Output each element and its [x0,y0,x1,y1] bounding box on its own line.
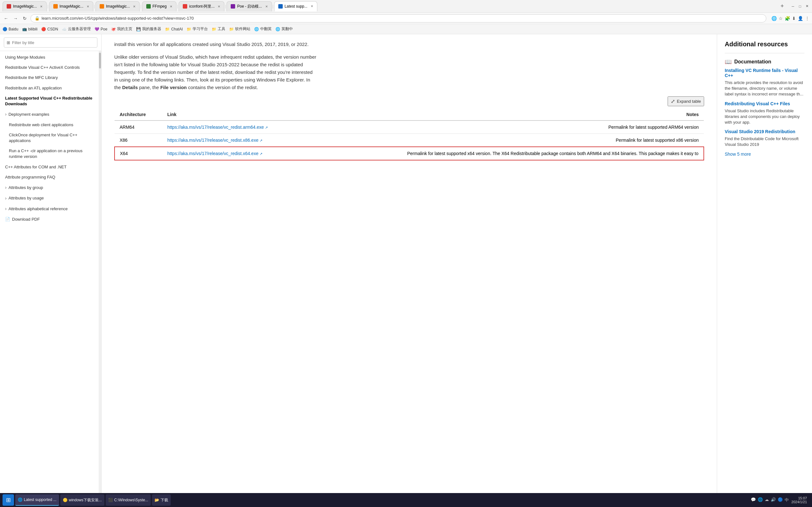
download-folder-icon: 📂 [155,498,159,502]
documentation-heading: Documentation [734,59,771,65]
tab-close[interactable]: ✕ [311,4,313,8]
bookmark-learning[interactable]: 📁 学习平台 [187,26,208,32]
bookmark-tools[interactable]: 📁 工具 [212,26,225,32]
tab-iconfont[interactable]: iconfont-阿里... ✕ [179,1,224,11]
taskbar-item-windows-install[interactable]: 🟡 windows下载安装... [60,494,104,506]
taskbar-item-download[interactable]: 📂 下载 [152,494,171,506]
nav-item-mfc[interactable]: Redistribute the MFC Library [0,73,101,83]
tab-close[interactable]: ✕ [170,5,172,8]
nav-item-web-client[interactable]: Redistribute web client applications [0,120,101,130]
nav-item-merge-modules[interactable]: Using Merge Modules [0,52,101,62]
bookmark-poe[interactable]: 💜 Poe [95,27,107,32]
maximize-button[interactable]: □ [797,4,803,9]
bookmark-zh2en[interactable]: 🌐 中翻英 [254,26,272,32]
link-arm64[interactable]: https://aka.ms/vs/17/release/vc_redist.a… [162,120,307,134]
nav-item-attrs-by-usage[interactable]: Attributes by usage [0,193,101,204]
bookmark-en2zh[interactable]: 🌐 英翻中 [275,26,293,32]
link-x86[interactable]: https://aka.ms/vs/17/release/vc_redist.x… [162,134,307,147]
taskbar-install-label: windows下载安装... [69,498,102,503]
learning-icon: 📁 [187,27,191,32]
ime-icon[interactable]: 中 [785,497,789,503]
nav-item-download-pdf[interactable]: 📄 Download PDF [0,214,101,224]
baidu-icon: 🔵 [3,27,7,32]
tab-close[interactable]: ✕ [133,5,136,8]
new-tab-button[interactable]: + [778,2,786,11]
reload-button[interactable]: ↻ [21,14,28,22]
volume-icon[interactable]: 🔊 [771,497,776,503]
download-link-arm64[interactable]: https://aka.ms/vs/17/release/vc_redist.a… [167,125,264,130]
nav-item-atl[interactable]: Redistribute an ATL application [0,83,101,93]
taskbar-item-browser[interactable]: 🌐 Latest supported ... [15,494,59,506]
bookmark-label: 中翻英 [260,26,272,32]
nav-item-latest-vc[interactable]: Latest Supported Visual C++ Redistributa… [0,93,101,109]
close-button[interactable]: ✕ [804,4,809,9]
server-icon: 💾 [136,27,141,32]
tab-imagemagic-3[interactable]: ImageMagic... ✕ [96,1,140,11]
extensions-icon[interactable]: 🧩 [785,16,790,21]
taskbar-clock[interactable]: 15:07 2024/1/21 [792,496,807,504]
address-icons: 🌐 ☆ 🧩 ⬇ 👤 ⋮ [771,16,809,21]
tab-latest-supported[interactable]: Latest supp... ✕ [274,1,317,11]
bookmark-star-icon[interactable]: ☆ [779,16,783,21]
bookmark-chatai[interactable]: 📁 ChatAI [165,27,183,32]
tab-close[interactable]: ✕ [218,5,220,8]
col-notes: Notes [308,109,704,120]
cloud-tray-icon[interactable]: ☁ [765,497,769,503]
resource-link-2[interactable]: Redistributing Visual C++ Files [725,101,804,106]
show-more-link[interactable]: Show 5 more [725,152,751,157]
bookmark-homepage[interactable]: 🐙 我的主页 [111,26,132,32]
bookmark-server[interactable]: 💾 我的服务器 [136,26,161,32]
col-link: Link [162,109,307,120]
minimize-button[interactable]: ─ [791,4,796,9]
translate-zh2en-icon: 🌐 [254,27,259,32]
expand-table-button[interactable]: ⤢ Expand table [668,96,704,106]
tab-imagemagic-2[interactable]: ImageMagic... ✕ [49,1,93,11]
tab-close[interactable]: ✕ [40,5,43,8]
bookmark-bilibili[interactable]: 📺 bilibili [22,27,38,32]
bookmark-label: 学习平台 [193,26,208,32]
nav-item-attrs-by-group[interactable]: Attributes by group [0,182,101,193]
translate-icon[interactable]: 🌐 [771,16,777,21]
bookmark-label: ChatAI [171,27,183,32]
nav-item-deployment[interactable]: Deployment examples [0,109,101,120]
nav-item-activex[interactable]: Redistribute Visual C++ ActiveX Controls [0,62,101,73]
nav-item-cpp-attributes[interactable]: C++ Attributes for COM and .NET [0,162,101,172]
tab-close[interactable]: ✕ [87,5,89,8]
menu-icon[interactable]: ⋮ [805,16,809,21]
back-button[interactable]: ← [3,14,9,22]
tab-favicon [278,4,283,9]
download-icon[interactable]: ⬇ [792,16,796,21]
tab-poe[interactable]: Poe - 启动模... ✕ [226,1,272,11]
resource-link-1[interactable]: Installing VC Runtime fails - Visual C++ [725,68,804,78]
bookmark-cloud[interactable]: ☁️ 云服务器管理 [62,26,91,32]
taskbar-item-cmd[interactable]: ⬛ C:\Windows\Syste... [106,494,151,506]
sidebar-filter-area: ⊞ [0,34,101,51]
download-link-x64[interactable]: https://aka.ms/vs/17/release/vc_redist.x… [167,151,258,156]
bookmark-label: Poe [101,27,107,32]
tab-label: iconfont-阿里... [189,4,214,9]
url-box[interactable]: 🔒 learn.microsoft.com/en-US/cpp/windows/… [31,14,766,22]
forward-button[interactable]: → [12,14,19,22]
tab-ffmpeg[interactable]: FFmpeg ✕ [142,1,177,11]
download-link-x86[interactable]: https://aka.ms/vs/17/release/vc_redist.x… [167,137,258,143]
link-x64[interactable]: https://aka.ms/vs/17/release/vc_redist.x… [162,147,307,160]
notes-x64: Permalink for latest supported x64 versi… [308,147,704,160]
filter-input[interactable] [12,40,95,45]
nav-item-attr-faq[interactable]: Attribute programming FAQ [0,172,101,182]
nav-item-clickonce[interactable]: ClickOnce deployment for Visual C++ appl… [0,130,101,146]
resource-link-3[interactable]: Visual Studio 2019 Redistribution [725,129,804,134]
start-button[interactable]: ⊞ [3,494,14,506]
nav-item-clr-runtime[interactable]: Run a C++ -clr application on a previous… [0,146,101,162]
bluetooth-icon[interactable]: 🔵 [778,497,783,503]
bookmark-csdn[interactable]: 🔴 CSDN [41,27,58,32]
network-tray-icon[interactable]: 🌐 [758,497,763,503]
tab-close[interactable]: ✕ [265,5,268,8]
nav-item-attrs-alphabetical[interactable]: Attributes alphabetical reference [0,204,101,214]
resource-header: 📖 Documentation [725,58,804,65]
chat-tray-icon[interactable]: 💬 [751,497,756,503]
cloud-icon: ☁️ [62,27,67,32]
bookmark-software[interactable]: 📁 软件网站 [229,26,250,32]
bookmark-baidu[interactable]: 🔵 Baidu [3,27,18,32]
profile-icon[interactable]: 👤 [798,16,803,21]
tab-imagemagic-1[interactable]: ImageMagic... ✕ [3,1,47,11]
